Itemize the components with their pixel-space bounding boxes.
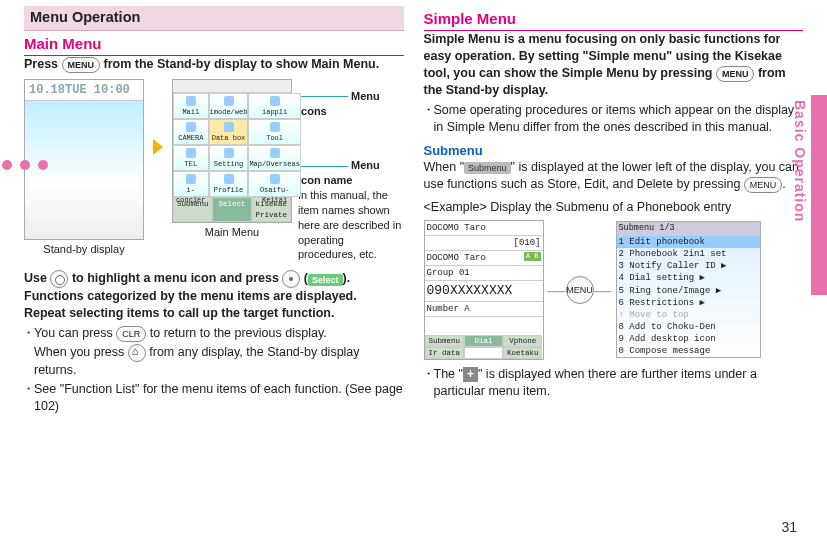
pb-index: [010] xyxy=(425,236,543,251)
use-line3: Repeat selecting items to call up the ta… xyxy=(24,305,404,322)
dpad-key-icon xyxy=(50,270,68,288)
use-pre: Use xyxy=(24,272,50,286)
simple-menu-intro: Simple Menu is a menu focusing on only b… xyxy=(424,31,804,99)
menu-cell: CAMERA TV/MUSIC xyxy=(173,119,209,145)
menu-cell: Mail xyxy=(173,93,209,119)
side-tab-bar xyxy=(811,95,827,295)
sub-post: . xyxy=(782,177,785,191)
select-softlabel: Select xyxy=(308,274,343,286)
callout-menu-icon-name: Menu icon name xyxy=(298,159,380,186)
menu-cell: iappli xyxy=(248,93,300,119)
submenu-item: ↑ Move to top xyxy=(617,309,760,321)
example-label: <Example> Display the Submenu of a Phone… xyxy=(424,199,804,216)
menu-cell: Tool xyxy=(248,119,300,145)
menu-cell: imode/web xyxy=(209,93,249,119)
pb-group: Group 01 xyxy=(425,266,543,281)
center-key-icon xyxy=(282,270,300,288)
pb-soft-blank xyxy=(464,347,503,359)
submenu-subheading: Submenu xyxy=(424,142,804,160)
main-menu-heading: Main Menu xyxy=(24,34,404,56)
submenu-softlabel: Submenu xyxy=(464,162,511,174)
menu-cell: Setting xyxy=(209,145,249,171)
phonebook-source-screen: DOCOMO Taro [010] DOCOMO Taro A B Group … xyxy=(424,220,544,361)
menu-cell: i-concier xyxy=(173,171,209,197)
use-instruction: Use to highlight a menu icon and press (… xyxy=(24,270,404,288)
submenu-popup: Submenu 1/3 1 Edit phonebook2 Phonebook … xyxy=(616,221,761,358)
bullet-plus-icon: The "+" is displayed when there are furt… xyxy=(424,366,804,400)
decorative-dots xyxy=(2,160,48,170)
pb-name: DOCOMO Taro A B xyxy=(425,251,543,266)
menu-key-icon: MENU xyxy=(62,57,101,73)
callout-menu-icons: Menu icons xyxy=(298,90,380,117)
submenu-item: 0 Compose message xyxy=(617,345,760,357)
page-number: 31 xyxy=(781,518,797,537)
pb-soft-left: Submenu xyxy=(425,335,464,347)
submenu-item: 8 Add to Choku-Den xyxy=(617,321,760,333)
pb-soft-mid: Dial xyxy=(464,335,503,347)
menu-key-icon: MENU xyxy=(716,66,755,82)
screens-row: 10.18TUE 10:00 Stand-by display Mail imo… xyxy=(24,79,404,263)
menu-cell: Map/Overseas xyxy=(248,145,300,171)
submenu-item: 3 Notify Caller ID ▶ xyxy=(617,260,760,272)
menu-cell: Data box xyxy=(209,119,249,145)
press-instruction: Press MENU from the Stand-by display to … xyxy=(24,56,404,73)
submenu-item: 5 Ring tone/Image ▶ xyxy=(617,285,760,297)
callouts: Menu icons Menu icon name In this manual… xyxy=(298,89,404,263)
side-tab-label: Basic Operation xyxy=(790,100,809,222)
standby-caption: Stand-by display xyxy=(24,242,144,257)
press-pre: Press xyxy=(24,57,62,71)
mainmenu-caption: Main Menu xyxy=(172,225,292,240)
pb-soft-left2: Ir data xyxy=(425,347,464,359)
pb-soft-right: Vphone xyxy=(503,335,542,347)
pb-number-label: Number A xyxy=(425,302,543,317)
arrow-icon xyxy=(153,139,163,155)
mainmenu-screen: Mail imode/web iappli CAMERA TV/MUSIC Da… xyxy=(172,79,292,223)
submenu-item: 1 Edit phonebook xyxy=(617,236,760,248)
b1-pre: You can press xyxy=(34,326,116,340)
callout-menu-icon-name-desc: In this manual, the item names shown her… xyxy=(298,188,404,262)
press-post: from the Stand-by display to show Main M… xyxy=(104,57,380,71)
plus-pre: The " xyxy=(434,367,463,381)
mainmenu-block: Mail imode/web iappli CAMERA TV/MUSIC Da… xyxy=(172,79,292,240)
b1-l2-pre: When you press xyxy=(34,345,128,359)
menu-cell: TEL function xyxy=(173,145,209,171)
bullet-function-list: See "Function List" for the menu items o… xyxy=(24,381,404,415)
example-row: DOCOMO Taro [010] DOCOMO Taro A B Group … xyxy=(424,220,804,361)
b1-post: to return to the previous display. xyxy=(150,326,327,340)
sub-pre: When " xyxy=(424,160,465,174)
menu-press-indicator: — MENU — xyxy=(548,276,612,304)
use-line2: Functions categorized by the menu items … xyxy=(24,288,404,305)
plus-post: " is displayed when there are further it… xyxy=(434,367,757,398)
clr-key-icon: CLR xyxy=(116,326,146,342)
arrow-line-icon: — xyxy=(594,278,612,302)
submenu-item: 6 Restrictions ▶ xyxy=(617,297,760,309)
use-post: ). xyxy=(343,272,351,286)
menu-key-large-icon: MENU xyxy=(566,276,594,304)
mainmenu-grid: Mail imode/web iappli CAMERA TV/MUSIC Da… xyxy=(173,93,291,197)
pb-number: 090XXXXXXXX xyxy=(425,281,543,302)
submenu-item: 9 Add desktop icon xyxy=(617,333,760,345)
use-mid1: to highlight a menu icon and press xyxy=(72,272,282,286)
section-heading-band: Menu Operation xyxy=(24,6,404,31)
simple-menu-heading: Simple Menu xyxy=(424,9,804,31)
menu-cell: Profile xyxy=(209,171,249,197)
softkey-center: Select xyxy=(212,197,251,221)
submenu-item: 2 Phonebook 2in1 set xyxy=(617,248,760,260)
mainmenu-statusbar xyxy=(173,80,291,94)
submenu-desc: When "Submenu" is displayed at the lower… xyxy=(424,159,804,193)
pb-soft-right2: Koetaku xyxy=(503,347,542,359)
pb-tag: A B xyxy=(524,252,541,261)
bullet-simple-menu-note: Some operating procedures or items which… xyxy=(424,102,804,136)
home-key-icon xyxy=(128,344,146,362)
submenu-item: 4 Dial setting ▶ xyxy=(617,272,760,284)
bullet-clr: You can press CLR to return to the previ… xyxy=(24,325,404,379)
menu-key-icon: MENU xyxy=(744,177,783,193)
pb-title: DOCOMO Taro xyxy=(425,221,543,236)
arrow-line-icon: — xyxy=(548,278,566,302)
plus-icon: + xyxy=(463,367,478,382)
menu-cell: Osaifu-Keitai xyxy=(248,171,300,197)
standby-clock: 10.18TUE 10:00 xyxy=(25,80,143,101)
submenu-header: Submenu 1/3 xyxy=(617,222,760,235)
